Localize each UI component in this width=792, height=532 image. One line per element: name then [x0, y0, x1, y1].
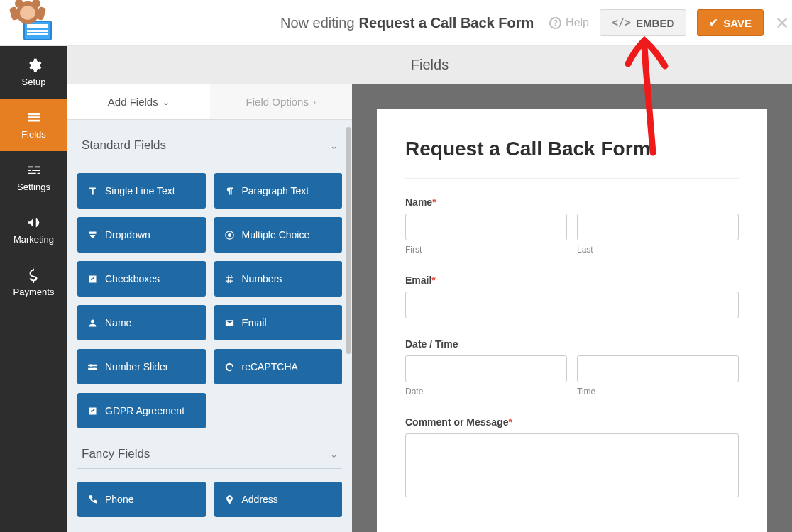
form-preview-title: Request a Call Back Form	[405, 138, 739, 160]
sidenav-label: Marketing	[13, 234, 54, 245]
group-title: Fancy Fields	[82, 447, 150, 461]
help-icon: ?	[549, 17, 561, 29]
sidenav-payments[interactable]: Payments	[0, 256, 67, 309]
time-input[interactable]	[577, 355, 739, 382]
last-name-input[interactable]	[577, 214, 739, 240]
first-name-input[interactable]	[405, 214, 567, 240]
field-label: Numbers	[242, 273, 282, 284]
field-checkboxes[interactable]: Checkboxes	[77, 261, 206, 297]
logo[interactable]	[0, 0, 67, 46]
field-gdpr-agreement[interactable]: GDPR Agreement	[77, 393, 206, 428]
save-label: SAVE	[723, 17, 752, 29]
save-button[interactable]: ✔ SAVE	[697, 9, 764, 36]
panel-body: Standard Fields ⌄ Single Line Text Parag…	[67, 120, 352, 532]
date-input[interactable]	[405, 355, 567, 382]
sidenav-marketing[interactable]: Marketing	[0, 204, 67, 256]
dropdown-icon	[87, 230, 98, 240]
radio-icon	[224, 230, 235, 240]
preview-wrap: Request a Call Back Form Name* First Las…	[352, 84, 792, 532]
field-multiple-choice[interactable]: Multiple Choice	[214, 217, 343, 253]
sidenav-fields[interactable]: Fields	[0, 99, 67, 151]
code-icon: </>	[612, 16, 631, 29]
help-label: Help	[566, 16, 589, 29]
field-recaptcha[interactable]: reCAPTCHA	[214, 349, 343, 384]
hash-icon	[224, 274, 235, 284]
first-sublabel: First	[405, 245, 567, 255]
chevron-down-icon: ⌄	[330, 449, 338, 460]
field-label: Phone	[105, 494, 133, 505]
group-fancy-fields[interactable]: Fancy Fields ⌄	[77, 428, 342, 469]
message-label: Comment or Message*	[405, 416, 739, 428]
list-icon	[26, 110, 42, 126]
editing-title: Now editing Request a Call Back Form	[280, 15, 534, 31]
sliders-icon	[26, 162, 42, 178]
email-input[interactable]	[405, 292, 739, 318]
scrollbar-thumb[interactable]	[346, 127, 351, 354]
datetime-label: Date / Time	[405, 338, 739, 350]
chevron-down-icon: ⌄	[163, 97, 170, 107]
pin-icon	[224, 494, 235, 505]
tab-field-options[interactable]: Field Options ›	[210, 84, 353, 120]
field-label: Number Slider	[105, 361, 168, 372]
main: Fields Add Fields ⌄ Field Options › Stan…	[67, 46, 792, 532]
tab-label: Field Options	[246, 96, 309, 108]
paragraph-icon	[224, 186, 235, 196]
field-label: Name	[105, 317, 131, 328]
checkbox-icon	[87, 274, 98, 284]
field-email[interactable]: Email	[214, 305, 343, 340]
name-label: Name*	[405, 196, 739, 208]
form-title: Request a Call Back Form	[359, 15, 534, 31]
field-label: Multiple Choice	[242, 229, 310, 240]
field-paragraph-text[interactable]: Paragraph Text	[214, 173, 343, 209]
workspace: Add Fields ⌄ Field Options › Standard Fi…	[67, 84, 792, 532]
svg-point-1	[228, 233, 231, 237]
editing-prefix: Now editing	[280, 15, 355, 31]
field-label: Email	[242, 317, 267, 328]
panel-tabs: Add Fields ⌄ Field Options ›	[67, 84, 352, 120]
field-address[interactable]: Address	[214, 482, 343, 517]
recaptcha-icon	[224, 362, 235, 372]
field-name[interactable]: Name	[77, 305, 206, 340]
help-link[interactable]: ? Help	[549, 16, 589, 29]
message-textarea[interactable]	[405, 433, 739, 497]
time-sublabel: Time	[577, 387, 739, 397]
field-label: GDPR Agreement	[105, 405, 185, 416]
sidenav-settings[interactable]: Settings	[0, 151, 67, 204]
tab-label: Add Fields	[108, 96, 158, 108]
sidenav: Setup Fields Settings Marketing Payments	[0, 46, 67, 532]
divider	[405, 178, 739, 179]
field-label: Paragraph Text	[242, 185, 309, 196]
group-title: Standard Fields	[82, 138, 166, 153]
sidenav-setup[interactable]: Setup	[0, 46, 67, 99]
standard-fields-grid: Single Line Text Paragraph Text Dropdown…	[77, 160, 342, 428]
field-dropdown[interactable]: Dropdown	[77, 217, 206, 253]
top-actions: ? Help </> EMBED ✔ SAVE	[549, 9, 771, 36]
email-icon	[224, 318, 235, 328]
field-phone[interactable]: Phone	[77, 482, 206, 517]
group-standard-fields[interactable]: Standard Fields ⌄	[77, 120, 342, 160]
field-number-slider[interactable]: Number Slider	[77, 349, 206, 384]
fields-panel: Add Fields ⌄ Field Options › Standard Fi…	[67, 84, 352, 532]
field-numbers[interactable]: Numbers	[214, 261, 343, 297]
sidenav-label: Fields	[21, 129, 46, 140]
bullhorn-icon	[26, 215, 42, 231]
close-button[interactable]: ✕	[771, 0, 792, 46]
user-icon	[87, 318, 98, 328]
embed-label: EMBED	[636, 17, 674, 29]
email-label: Email*	[405, 275, 739, 286]
field-label: Checkboxes	[105, 273, 160, 284]
sliders-icon	[87, 362, 98, 372]
tab-add-fields[interactable]: Add Fields ⌄	[67, 84, 210, 120]
field-label: Single Line Text	[105, 185, 175, 196]
sidenav-label: Payments	[13, 287, 55, 297]
checkbox-icon	[87, 406, 98, 416]
chevron-right-icon: ›	[313, 97, 316, 107]
field-single-line-text[interactable]: Single Line Text	[77, 173, 206, 209]
form-preview: Request a Call Back Form Name* First Las…	[377, 109, 767, 532]
embed-button[interactable]: </> EMBED	[600, 9, 686, 36]
date-sublabel: Date	[405, 387, 567, 397]
field-label: Address	[242, 494, 278, 505]
topbar: Now editing Request a Call Back Form ? H…	[0, 0, 792, 46]
text-icon	[87, 186, 98, 196]
check-icon: ✔	[709, 16, 718, 29]
